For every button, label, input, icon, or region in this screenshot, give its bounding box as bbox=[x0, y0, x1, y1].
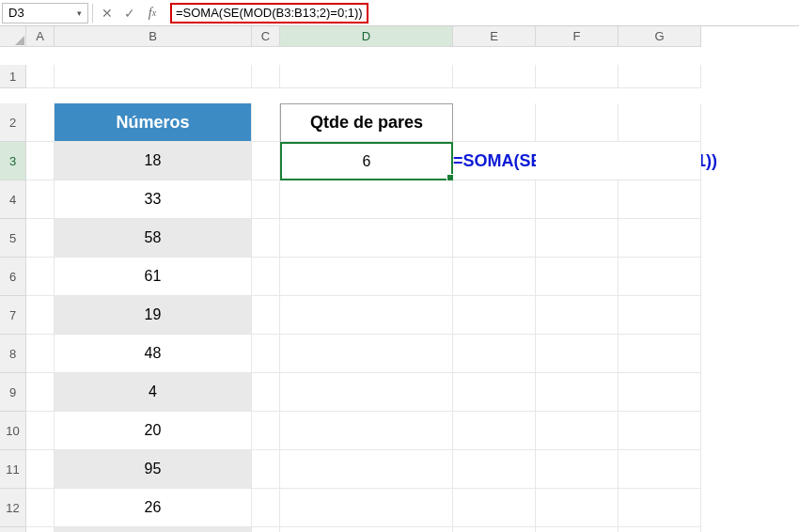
cell-E12[interactable] bbox=[453, 489, 536, 527]
header-numeros[interactable]: Números bbox=[55, 103, 252, 142]
cell-A12[interactable] bbox=[26, 489, 55, 527]
cell-C7[interactable] bbox=[252, 296, 280, 335]
cell-G10[interactable] bbox=[619, 412, 701, 450]
cell-B8[interactable]: 48 bbox=[55, 335, 252, 373]
cell-C11[interactable] bbox=[252, 450, 280, 489]
cell-C3[interactable] bbox=[252, 142, 280, 180]
cell-E1[interactable] bbox=[453, 65, 536, 88]
row-header-1[interactable]: 1 bbox=[0, 65, 26, 88]
cell-B5[interactable]: 58 bbox=[55, 219, 252, 258]
cell-G9[interactable] bbox=[619, 373, 701, 412]
cell-E9[interactable] bbox=[453, 373, 536, 412]
cell-D8[interactable] bbox=[280, 335, 453, 373]
cell-A4[interactable] bbox=[26, 180, 55, 219]
cell-C9[interactable] bbox=[252, 373, 280, 412]
cell-C4[interactable] bbox=[252, 180, 280, 219]
cell-E13[interactable] bbox=[453, 527, 536, 532]
cell-D13[interactable] bbox=[280, 527, 453, 532]
row-header-6[interactable]: 6 bbox=[0, 258, 26, 296]
col-header-E[interactable]: E bbox=[453, 26, 536, 47]
cell-C1[interactable] bbox=[252, 65, 280, 88]
header-qtde[interactable]: Qtde de pares bbox=[280, 103, 453, 142]
col-header-G[interactable]: G bbox=[619, 26, 701, 47]
col-header-D[interactable]: D bbox=[280, 26, 453, 47]
cell-C5[interactable] bbox=[252, 219, 280, 258]
cell-D10[interactable] bbox=[280, 412, 453, 450]
cell-C10[interactable] bbox=[252, 412, 280, 450]
row-header-10[interactable]: 10 bbox=[0, 412, 26, 450]
cell-G7[interactable] bbox=[619, 296, 701, 335]
row-header-9[interactable]: 9 bbox=[0, 373, 26, 412]
cell-F4[interactable] bbox=[536, 180, 619, 219]
cell-C13[interactable] bbox=[252, 527, 280, 532]
cell-F6[interactable] bbox=[536, 258, 619, 296]
spreadsheet-grid[interactable]: A B C D E F G 1 2 Números Qtde de pares … bbox=[0, 26, 799, 532]
cell-A13[interactable] bbox=[26, 527, 55, 532]
row-header-2[interactable]: 2 bbox=[0, 103, 26, 142]
cell-F10[interactable] bbox=[536, 412, 619, 450]
cell-G6[interactable] bbox=[619, 258, 701, 296]
cell-A6[interactable] bbox=[26, 258, 55, 296]
cell-G3[interactable] bbox=[619, 142, 701, 180]
row-header-13[interactable]: 13 bbox=[0, 527, 26, 532]
cell-A3[interactable] bbox=[26, 142, 55, 180]
cell-A2[interactable] bbox=[26, 103, 55, 142]
cell-D7[interactable] bbox=[280, 296, 453, 335]
formula-input[interactable]: =SOMA(SE(MOD(B3:B13;2)=0;1)) bbox=[164, 3, 797, 23]
row-header-7[interactable]: 7 bbox=[0, 296, 26, 335]
cell-F8[interactable] bbox=[536, 335, 619, 373]
cell-A10[interactable] bbox=[26, 412, 55, 450]
check-icon[interactable]: ✓ bbox=[119, 3, 140, 23]
fx-icon[interactable]: fx bbox=[142, 3, 163, 23]
cell-A1[interactable] bbox=[26, 65, 55, 88]
cell-E10[interactable] bbox=[453, 412, 536, 450]
cell-B1[interactable] bbox=[55, 65, 252, 88]
row-header-3[interactable]: 3 bbox=[0, 142, 26, 180]
cell-B4[interactable]: 33 bbox=[55, 180, 252, 219]
cell-F13[interactable] bbox=[536, 527, 619, 532]
cell-C6[interactable] bbox=[252, 258, 280, 296]
cell-D9[interactable] bbox=[280, 373, 453, 412]
cell-F1[interactable] bbox=[536, 65, 619, 88]
cell-A11[interactable] bbox=[26, 450, 55, 489]
cell-F2[interactable] bbox=[536, 103, 619, 142]
cell-A5[interactable] bbox=[26, 219, 55, 258]
row-header-12[interactable]: 12 bbox=[0, 489, 26, 527]
cell-E8[interactable] bbox=[453, 335, 536, 373]
cell-B13[interactable]: 87 bbox=[55, 527, 252, 532]
cell-F5[interactable] bbox=[536, 219, 619, 258]
cell-B7[interactable]: 19 bbox=[55, 296, 252, 335]
cell-C2[interactable] bbox=[252, 103, 280, 142]
cell-D1[interactable] bbox=[280, 65, 453, 88]
row-header-8[interactable]: 8 bbox=[0, 335, 26, 373]
cell-D12[interactable] bbox=[280, 489, 453, 527]
cell-F11[interactable] bbox=[536, 450, 619, 489]
cell-E3[interactable]: =SOMA(SE(MOD(B3:B13;2)=0;1)) bbox=[453, 142, 536, 180]
cell-G4[interactable] bbox=[619, 180, 701, 219]
select-all-corner[interactable] bbox=[0, 26, 26, 47]
cell-A7[interactable] bbox=[26, 296, 55, 335]
cell-G2[interactable] bbox=[619, 103, 701, 142]
cell-A8[interactable] bbox=[26, 335, 55, 373]
cell-E5[interactable] bbox=[453, 219, 536, 258]
cell-A9[interactable] bbox=[26, 373, 55, 412]
cell-C12[interactable] bbox=[252, 489, 280, 527]
cell-G1[interactable] bbox=[619, 65, 701, 88]
cell-C8[interactable] bbox=[252, 335, 280, 373]
cell-G8[interactable] bbox=[619, 335, 701, 373]
cell-B10[interactable]: 20 bbox=[55, 412, 252, 450]
col-header-A[interactable]: A bbox=[26, 26, 55, 47]
cell-E7[interactable] bbox=[453, 296, 536, 335]
row-header-4[interactable]: 4 bbox=[0, 180, 26, 219]
cell-F7[interactable] bbox=[536, 296, 619, 335]
cell-D4[interactable] bbox=[280, 180, 453, 219]
cell-B3[interactable]: 18 bbox=[55, 142, 252, 180]
cell-E11[interactable] bbox=[453, 450, 536, 489]
cell-E4[interactable] bbox=[453, 180, 536, 219]
cell-B12[interactable]: 26 bbox=[55, 489, 252, 527]
col-header-B[interactable]: B bbox=[55, 26, 252, 47]
cell-E6[interactable] bbox=[453, 258, 536, 296]
cell-D11[interactable] bbox=[280, 450, 453, 489]
cell-G11[interactable] bbox=[619, 450, 701, 489]
cell-D6[interactable] bbox=[280, 258, 453, 296]
